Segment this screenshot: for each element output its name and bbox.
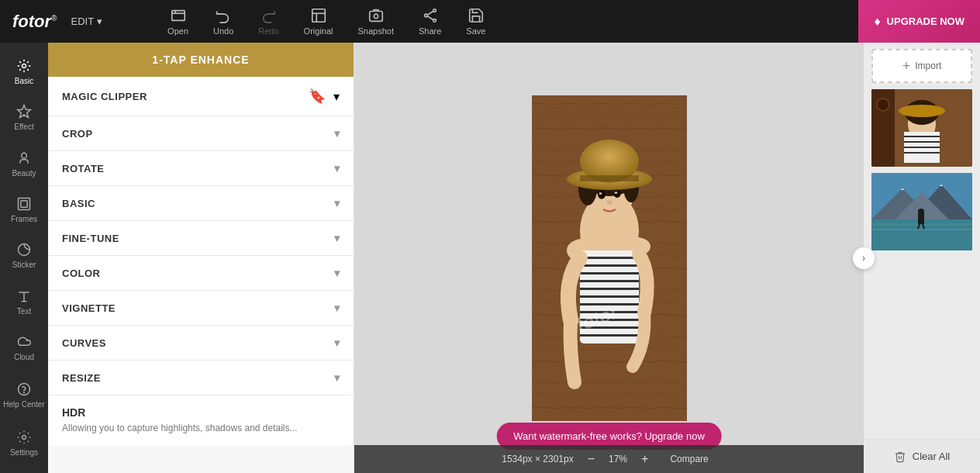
- toast-label: Want watermark-free works? Upgrade now: [513, 430, 705, 442]
- basic-header[interactable]: BASIC ▾: [48, 186, 354, 220]
- sidebar-item-text[interactable]: Text: [0, 278, 48, 324]
- edit-button[interactable]: EDIT ▾: [71, 16, 102, 27]
- trash-icon: [894, 451, 906, 463]
- svg-point-57: [599, 192, 602, 195]
- svg-rect-38: [580, 280, 639, 282]
- upgrade-button[interactable]: ♦ UPGRADE NOW: [858, 0, 980, 43]
- plus-icon: +: [902, 58, 911, 74]
- sidebar-item-cloud[interactable]: Cloud: [0, 325, 48, 371]
- magic-clipper-label: MAGIC CLIPPER: [62, 91, 147, 102]
- sidebar-item-sticker[interactable]: Sticker: [0, 233, 48, 278]
- svg-point-64: [899, 105, 945, 117]
- sidebar-item-basic[interactable]: Basic: [0, 49, 48, 95]
- svg-point-22: [24, 392, 25, 392]
- sidebar-item-frames[interactable]: Frames: [0, 187, 48, 233]
- resize-section: RESIZE ▾: [48, 361, 354, 395]
- color-header[interactable]: COLOR ▾: [48, 256, 354, 290]
- snapshot-label: Snapshot: [358, 26, 394, 36]
- svg-rect-67: [904, 141, 940, 143]
- vignette-label: VIGNETTE: [62, 302, 116, 314]
- sidebar-beauty-label: Beauty: [12, 169, 36, 178]
- svg-rect-5: [370, 12, 383, 22]
- sidebar-item-help[interactable]: Help Center: [0, 371, 48, 419]
- share-tool[interactable]: Share: [419, 7, 441, 36]
- vignette-chevron: ▾: [334, 302, 340, 314]
- svg-point-14: [22, 153, 27, 158]
- edit-label: EDIT: [71, 16, 94, 27]
- settings-icon: [16, 430, 32, 445]
- compare-button[interactable]: Compare: [662, 451, 716, 468]
- basic-section: BASIC ▾: [48, 186, 354, 221]
- help-icon: [16, 382, 32, 397]
- curves-header[interactable]: CURVES ▾: [48, 326, 354, 360]
- svg-rect-68: [904, 147, 940, 148]
- svg-rect-81: [918, 213, 924, 224]
- topbar: fotor® EDIT ▾ Open Undo Redo: [0, 0, 980, 43]
- edit-panel: 1-TAP ENHANCE MAGIC CLIPPER 🔖 ▾ CROP ▾ R…: [48, 43, 354, 473]
- collapse-arrow[interactable]: ›: [853, 247, 875, 269]
- save-tool[interactable]: Save: [466, 7, 485, 36]
- svg-rect-2: [312, 9, 325, 22]
- sidebar-bottom: Help Center Settings: [0, 371, 48, 473]
- thumbnail-1[interactable]: [871, 89, 972, 167]
- magic-clipper-chevron[interactable]: ▾: [333, 89, 340, 104]
- svg-rect-35: [580, 257, 639, 259]
- svg-point-56: [613, 190, 620, 198]
- undo-tool[interactable]: Undo: [213, 7, 233, 36]
- zoom-level: 17%: [609, 454, 627, 464]
- canvas-area: fotor Want watermark-free works? Upgrade…: [354, 43, 864, 473]
- text-icon: [16, 288, 32, 304]
- finetune-label: FINE-TUNE: [62, 233, 119, 244]
- zoom-out-button[interactable]: −: [585, 452, 598, 466]
- sidebar-basic-label: Basic: [15, 77, 33, 85]
- sidebar-item-beauty[interactable]: Beauty: [0, 141, 48, 187]
- zoom-in-button[interactable]: +: [638, 452, 651, 466]
- cloud-icon: [16, 334, 32, 350]
- rotate-section: ROTATE ▾: [48, 151, 354, 186]
- open-tool[interactable]: Open: [167, 7, 188, 36]
- finetune-header[interactable]: FINE-TUNE ▾: [48, 221, 354, 255]
- svg-point-55: [598, 190, 606, 199]
- svg-rect-40: [580, 295, 639, 298]
- beauty-icon: [16, 150, 32, 166]
- save-label: Save: [466, 26, 485, 36]
- thumbnail-2[interactable]: [871, 173, 972, 250]
- magic-clipper-right: 🔖 ▾: [309, 88, 340, 105]
- sidebar-item-effect[interactable]: Effect: [0, 95, 48, 140]
- sidebar-item-settings[interactable]: Settings: [0, 419, 48, 467]
- enhance-button[interactable]: 1-TAP ENHANCE: [48, 43, 354, 77]
- svg-point-59: [606, 200, 612, 205]
- open-icon: [170, 7, 187, 24]
- vignette-header[interactable]: VIGNETTE ▾: [48, 291, 354, 325]
- svg-rect-45: [580, 334, 639, 337]
- redo-tool[interactable]: Redo: [258, 7, 278, 36]
- curves-chevron: ▾: [334, 337, 340, 349]
- upgrade-label: UPGRADE NOW: [887, 16, 964, 27]
- original-tool[interactable]: Original: [304, 7, 333, 36]
- save-icon: [468, 7, 485, 24]
- clear-all-button[interactable]: Clear All: [864, 439, 980, 473]
- sidebar-frames-label: Frames: [11, 215, 37, 223]
- svg-rect-66: [904, 136, 940, 137]
- left-sidebar: Basic Effect Beauty Frames Sticker: [0, 43, 48, 473]
- svg-point-12: [22, 64, 26, 68]
- snapshot-tool[interactable]: Snapshot: [358, 7, 394, 36]
- resize-header[interactable]: RESIZE ▾: [48, 361, 354, 395]
- sidebar-effect-label: Effect: [14, 123, 33, 131]
- rotate-header[interactable]: ROTATE ▾: [48, 151, 354, 185]
- sidebar-sticker-label: Sticker: [12, 261, 36, 269]
- svg-line-11: [427, 16, 433, 20]
- person-illustration: fotor: [532, 95, 687, 421]
- canvas-dimensions: 1534px × 2301px: [502, 454, 573, 464]
- undo-label: Undo: [213, 26, 233, 36]
- vignette-section: VIGNETTE ▾: [48, 291, 354, 326]
- svg-rect-0: [171, 11, 185, 21]
- import-button[interactable]: + Import: [871, 49, 972, 83]
- topbar-tools: Open Undo Redo Original: [167, 7, 485, 36]
- frames-icon: [16, 196, 32, 212]
- curves-label: CURVES: [62, 337, 106, 349]
- svg-point-8: [424, 14, 427, 17]
- crop-header[interactable]: CROP ▾: [48, 116, 354, 150]
- original-label: Original: [304, 26, 333, 36]
- diamond-icon: ♦: [874, 15, 880, 29]
